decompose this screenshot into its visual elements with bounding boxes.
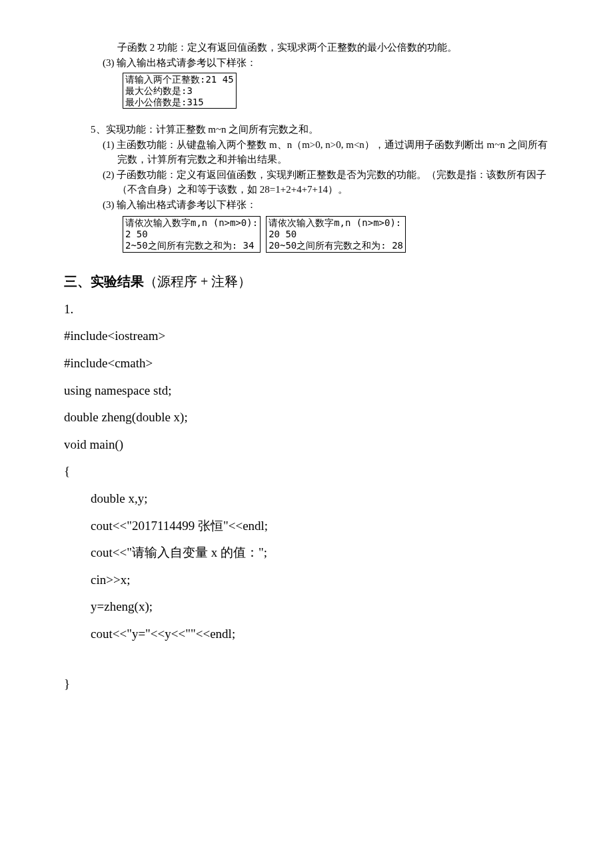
code-line: } [64, 675, 549, 693]
code-line: cin>>x; [64, 571, 549, 589]
code-line: cout<<"请输入自变量 x 的值："; [64, 544, 549, 562]
sample-output-1: 请输入两个正整数:21 45 最大公约数是:3 最小公倍数是:315 [123, 73, 549, 109]
console-line: 请依次输入数字m,n (n>m>0): [125, 217, 258, 228]
code-line: void main() [64, 436, 549, 454]
code-line: y=zheng(x); [64, 598, 549, 616]
code-seg: "<<endl; [223, 519, 268, 533]
console-line: 20 50 [269, 229, 297, 239]
section-heading: 三、实验结果（源程序 + 注释） [64, 271, 549, 291]
subfunc2-text: 子函数 2 功能：定义有返回值函数，实现求两个正整数的最小公倍数的功能。 [64, 40, 549, 55]
code-seg: "; [259, 545, 267, 559]
heading-main: 三、实验结果 [64, 274, 144, 289]
q5-p2: (2) 子函数功能：定义有返回值函数，实现判断正整数是否为完数的功能。（完数是指… [64, 167, 549, 197]
console-line: 请依次输入数字m,n (n>m>0): [269, 217, 401, 228]
code-line: double x,y; [64, 490, 549, 508]
code-seg-cn: 的值： [221, 545, 259, 559]
code-line: cout<<"2017114499 张恒"<<endl; [64, 517, 549, 535]
console-line: 2~50之间所有完数之和为: 34 [125, 240, 254, 251]
code-seg: x [211, 545, 221, 559]
console-line: 20~50之间所有完数之和为: 28 [269, 240, 403, 251]
code-seg: cout<<"2017114499 [91, 519, 198, 533]
code-seg-cn: 请输入自变量 [132, 545, 211, 559]
code-num: 1. [64, 301, 549, 319]
console-box-2b: 请依次输入数字m,n (n>m>0): 20 50 20~50之间所有完数之和为… [266, 216, 406, 252]
heading-paren: （源程序 + 注释） [144, 274, 251, 289]
console-line: 2 50 [125, 229, 148, 239]
q5-title: 5、实现功能：计算正整数 m~n 之间所有完数之和。 [64, 122, 549, 137]
q5-p3: (3) 输入输出格式请参考以下样张： [64, 197, 549, 213]
code-block: 1. #include<iostream> #include<cmath> us… [64, 301, 549, 693]
io-format-3: (3) 输入输出格式请参考以下样张： [64, 55, 549, 71]
code-line: { [64, 463, 549, 481]
console-box-2a: 请依次输入数字m,n (n>m>0): 2 50 2~50之间所有完数之和为: … [123, 216, 261, 252]
code-line: #include<cmath> [64, 355, 549, 373]
code-line: using namespace std; [64, 382, 549, 400]
sample-output-2: 请依次输入数字m,n (n>m>0): 2 50 2~50之间所有完数之和为: … [123, 216, 549, 252]
code-line: cout<<"y="<<y<<""<<endl; [64, 625, 549, 643]
q5-p1: (1) 主函数功能：从键盘输入两个整数 m、n（m>0, n>0, m<n），通… [64, 137, 549, 167]
console-box-1: 请输入两个正整数:21 45 最大公约数是:3 最小公倍数是:315 [123, 73, 237, 109]
code-seg-cn: 张恒 [198, 519, 223, 533]
console-line: 最大公约数是:3 [125, 85, 193, 96]
code-seg: cout<<" [91, 545, 132, 559]
page: 子函数 2 功能：定义有返回值函数，实现求两个正整数的最小公倍数的功能。 (3)… [0, 0, 613, 868]
code-line: #include<iostream> [64, 327, 549, 345]
code-line: double zheng(double x); [64, 409, 549, 427]
console-line: 请输入两个正整数:21 45 [125, 74, 234, 85]
console-line: 最小公倍数是:315 [125, 97, 204, 107]
